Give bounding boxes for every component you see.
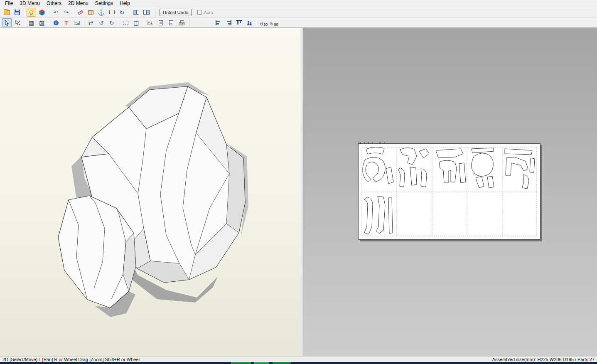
align-top-icon[interactable] xyxy=(234,18,244,27)
main-split: Model by Crimmson Unfold by Death Angel xyxy=(0,28,597,356)
rotate-90-cw-label: 90 xyxy=(274,23,278,27)
page-shape xyxy=(159,20,163,25)
rotate-cw-icon[interactable]: ↻ xyxy=(107,18,116,27)
measure-icon[interactable] xyxy=(107,8,116,17)
eraser-shape xyxy=(78,10,83,15)
info-badge: i xyxy=(54,20,59,25)
auto-checkbox[interactable] xyxy=(197,10,202,15)
pagesetup-shape xyxy=(169,20,173,25)
rotate-90-cw-arc-icon: ↻ xyxy=(270,22,273,27)
toolbar-2d: ▦ ▨ i T ⇄ ↺ ↻ ◫ P.1 ↺ 90 ↻ 90 xyxy=(0,18,597,28)
app-window: File 3D Menu Others 2D Menu Settings Hel… xyxy=(0,0,597,364)
edge-select-icon[interactable] xyxy=(12,18,22,27)
taskbar-item xyxy=(254,362,269,364)
align-left-shape xyxy=(216,20,221,25)
rotate-90-ccw-button[interactable]: ↺ 90 xyxy=(259,18,268,27)
status-hint: 2D [Select/Move] L [Pan] R or Wheel Drag… xyxy=(2,357,140,362)
anchor-icon[interactable]: ⚓ xyxy=(96,8,106,17)
statusbar: 2D [Select/Move] L [Pan] R or Wheel Drag… xyxy=(0,356,597,362)
align-bottom-shape xyxy=(247,20,252,25)
render-bulb-icon[interactable] xyxy=(27,8,36,17)
divide-join-icon[interactable]: ◫ xyxy=(131,18,141,27)
menu-file[interactable]: File xyxy=(2,0,16,7)
flip-part-icon[interactable]: ⇄ xyxy=(86,18,96,27)
align-right-icon[interactable] xyxy=(224,18,233,27)
image-shape xyxy=(74,21,80,25)
toolbar-separator xyxy=(256,19,257,27)
toolbar-separator xyxy=(24,9,25,16)
open-folder-shape xyxy=(4,10,10,15)
bulb-shape xyxy=(29,10,33,14)
text-note-icon[interactable]: T xyxy=(61,18,71,27)
redo-icon[interactable]: ↷ xyxy=(61,8,71,17)
rotate-90-ccw-label: 90 xyxy=(264,23,268,27)
align-top-shape xyxy=(236,20,242,25)
pattern-pieces[interactable] xyxy=(363,147,535,234)
toolbar-separator xyxy=(84,19,84,27)
open-folder-icon[interactable] xyxy=(2,8,12,17)
taskbar-item xyxy=(273,362,291,364)
align-bottom-icon[interactable] xyxy=(245,18,254,27)
toolbar-separator xyxy=(118,19,119,27)
rotate-90-cw-button[interactable]: ↻ 90 xyxy=(269,18,279,27)
info-note-icon[interactable]: i xyxy=(51,18,61,27)
arrow-points-shape xyxy=(15,20,20,26)
printer-shape xyxy=(179,22,184,25)
rock-model-3d xyxy=(0,28,300,356)
toolbar-separator xyxy=(143,19,143,27)
viewport-2d[interactable]: Model by Crimmson Unfold by Death Angel xyxy=(303,28,597,356)
rotate-ccw-icon[interactable]: ↺ xyxy=(96,18,106,27)
save-icon[interactable] xyxy=(12,8,22,17)
texture-cube-icon[interactable] xyxy=(37,8,47,17)
pattern-sheet[interactable] xyxy=(358,143,540,240)
carton-box-icon[interactable] xyxy=(86,8,96,17)
toolbar-separator xyxy=(73,9,74,16)
export-page-icon[interactable] xyxy=(156,18,165,27)
box-shape xyxy=(88,10,93,15)
menubar: File 3D Menu Others 2D Menu Settings Hel… xyxy=(0,0,597,7)
eraser-icon[interactable] xyxy=(76,8,85,17)
align-left-icon[interactable] xyxy=(214,18,223,27)
save-shape xyxy=(15,10,20,15)
align-right-shape xyxy=(226,20,231,25)
menu-help[interactable]: Help xyxy=(116,0,133,7)
dashed-rect-shape xyxy=(123,21,128,25)
split-view-shape xyxy=(133,10,139,15)
menu-2d[interactable]: 2D Menu xyxy=(65,0,92,7)
menu-3d[interactable]: 3D Menu xyxy=(16,0,43,7)
toolbar-separator xyxy=(129,9,129,16)
text-badge: T xyxy=(64,20,68,25)
toolbar-separator xyxy=(49,19,49,27)
rotate-view-icon[interactable]: ↻ xyxy=(117,8,127,17)
unfold-pane: Unfold Undo Auto xyxy=(155,8,217,17)
check-pattern-icon[interactable]: ▦ xyxy=(27,18,36,27)
unfold-undo-button[interactable]: Unfold Undo xyxy=(160,9,192,16)
undo-icon[interactable]: ↶ xyxy=(51,8,61,17)
cube-shape xyxy=(39,9,45,16)
toolbar-gap xyxy=(189,19,213,27)
image-note-icon[interactable] xyxy=(72,18,81,27)
rotate-90-ccw-arc-icon: ↺ xyxy=(259,22,263,27)
viewport-3d[interactable] xyxy=(0,28,300,356)
select-move-icon[interactable] xyxy=(2,18,12,27)
taskbar-sliver xyxy=(0,362,597,364)
page-number-badge: P.1 xyxy=(147,21,153,25)
page-setup-icon[interactable] xyxy=(166,18,176,27)
print-icon[interactable] xyxy=(177,18,186,27)
caliper-shape xyxy=(109,10,115,14)
menu-settings[interactable]: Settings xyxy=(92,0,116,7)
select-rect-icon[interactable] xyxy=(121,18,130,27)
split-view-alt-shape xyxy=(143,10,150,15)
arrow-cursor-shape xyxy=(4,20,10,26)
page-number-icon[interactable]: P.1 xyxy=(145,18,155,27)
menu-others[interactable]: Others xyxy=(43,0,65,7)
auto-option: Auto xyxy=(197,10,213,15)
material-brush-icon[interactable]: ▨ xyxy=(37,18,47,27)
toolbar-separator xyxy=(49,9,49,16)
layout-2d-3d-icon[interactable] xyxy=(142,8,151,17)
pane-splitter[interactable] xyxy=(300,28,303,356)
toolbar-main: ↶ ↷ ⚓ ↻ Unfold Undo Auto xyxy=(0,7,597,18)
taskbar-item xyxy=(231,362,251,364)
status-assembled-size: Assembled size(mm): H225 W206 D195 / Par… xyxy=(492,357,595,362)
layout-3d-2d-icon[interactable] xyxy=(131,8,141,17)
